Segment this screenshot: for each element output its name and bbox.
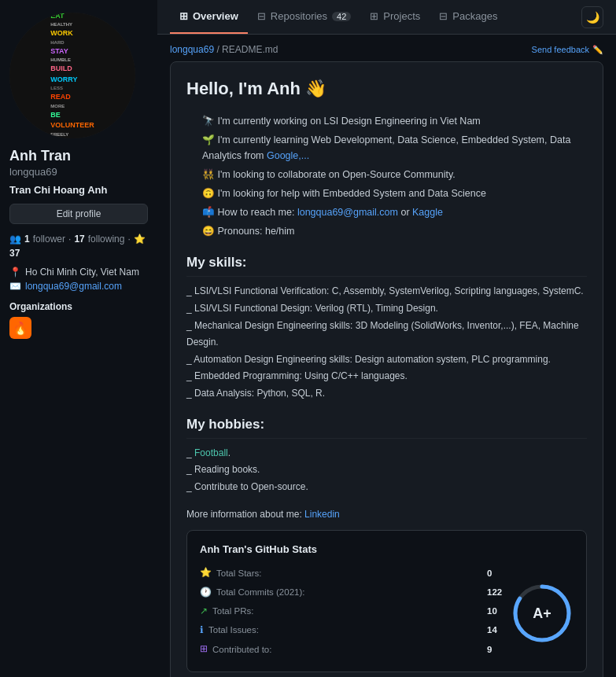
hobby-line: _ Contribute to Open-source. — [186, 479, 587, 496]
repo-icon: ⊟ — [257, 10, 266, 22]
top-nav: ⊞ Overview ⊟ Repositories 42 ⊞ Projects … — [157, 0, 616, 35]
commit-icon: 🕐 — [200, 585, 212, 600]
follower-icon: 👥 — [9, 234, 21, 245]
stats-list: ⭐ Total Stars: 0 🕐 Total Commits (2021):… — [200, 565, 511, 660]
user-display-name: Anh Tran — [9, 148, 148, 164]
overview-label: Overview — [193, 10, 238, 22]
sidebar: THINK POSITIVE NETWORK WELL EXERCISE DAI… — [0, 0, 157, 677]
hobby-line: _ Reading books. — [186, 462, 587, 479]
repo-label: Repositories — [271, 10, 327, 22]
readme-container: longqua69 / README.md Send feedback ✏️ H… — [157, 35, 616, 677]
breadcrumb-file: README.md — [222, 44, 278, 55]
item-text: Pronouns: he/him — [217, 226, 294, 237]
skill-line: _ LSI/VLSI Functional Verification: C, A… — [186, 283, 587, 300]
location-icon: 📍 — [9, 267, 21, 278]
list-item: 🌱 I'm currently learning Web Development… — [202, 132, 587, 164]
following-count: 17 — [74, 234, 84, 245]
item-text: How to reach me: longqua69@gmail.com or … — [217, 207, 442, 218]
item-icon: 👯 — [202, 169, 215, 180]
item-icon: 🌱 — [202, 134, 215, 145]
readme-bullets: 🔭 I'm currently working on LSI Design En… — [186, 113, 587, 239]
issue-icon: ℹ — [200, 623, 204, 638]
skill-line: _ Embedded Programming: Using C/C++ lang… — [186, 368, 587, 385]
item-icon: 🔭 — [202, 116, 215, 127]
prs-value: 10 — [487, 604, 511, 618]
breadcrumb-user[interactable]: longqua69 — [170, 44, 214, 55]
skills-heading: My skills: — [186, 252, 587, 277]
repo-badge: 42 — [332, 12, 351, 21]
edit-profile-button[interactable]: Edit profile — [9, 204, 148, 224]
app-layout: THINK POSITIVE NETWORK WELL EXERCISE DAI… — [0, 0, 616, 677]
stats-card-inner: ⭐ Total Stars: 0 🕐 Total Commits (2021):… — [200, 565, 574, 660]
packages-label: Packages — [452, 10, 497, 22]
linkedin-link[interactable]: Linkedin — [304, 509, 340, 520]
email-info: ✉️ longqua69@gmail.com — [9, 281, 148, 292]
item-text: I'm looking for help with Embedded Syste… — [217, 188, 485, 199]
item-text: I'm looking to collaborate on Open-Sourc… — [217, 169, 455, 180]
commits-label: Total Commits (2021): — [216, 585, 482, 599]
location-info: 📍 Ho Chi Minh City, Viet Nam — [9, 267, 148, 278]
readme-heading: Hello, I'm Anh 👋 — [186, 75, 587, 102]
packages-icon: ⊟ — [439, 10, 448, 22]
follow-info: 👥 1 follower · 17 following · ⭐ 37 — [9, 234, 148, 259]
org-icon: 🔥 — [9, 317, 31, 339]
skill-line: _ Automation Design Engineering skills: … — [186, 351, 587, 369]
contrib-value: 9 — [487, 642, 511, 657]
skills-section: My skills: _ LSI/VLSI Functional Verific… — [186, 252, 587, 402]
location-text: Ho Chi Minh City, Viet Nam — [25, 267, 139, 278]
stats-card-title: Anh Tran's GitHub Stats — [200, 542, 574, 558]
star-icon: ⭐ — [200, 565, 212, 580]
hobbies-heading: My hobbies: — [186, 414, 587, 439]
tab-repositories[interactable]: ⊟ Repositories 42 — [248, 0, 361, 34]
email-icon: ✉️ — [9, 281, 21, 292]
list-item: 📫 How to reach me: longqua69@gmail.com o… — [202, 204, 587, 220]
overview-icon: ⊞ — [179, 10, 188, 22]
readme-content: Hello, I'm Anh 👋 🔭 I'm currently working… — [170, 61, 603, 677]
google-link[interactable]: Google,... — [267, 150, 309, 161]
item-text: I'm currently learning Web Development, … — [202, 134, 570, 161]
list-item: 😄 Pronouns: he/him — [202, 223, 587, 239]
stats-row-stars: ⭐ Total Stars: 0 — [200, 565, 511, 580]
stats-card: Anh Tran's GitHub Stats ⭐ Total Stars: 0… — [186, 530, 587, 673]
orgs-label: Organizations — [9, 301, 148, 312]
following-label: following — [88, 234, 125, 245]
kaggle-link[interactable]: Kaggle — [412, 207, 443, 218]
stars-label: Total Stars: — [216, 566, 482, 580]
issues-value: 14 — [487, 623, 511, 637]
skill-line: _ Mechanical Design Engineering skills: … — [186, 318, 587, 351]
follower-count: 1 — [24, 234, 30, 245]
issues-label: Total Issues: — [208, 623, 482, 637]
stats-row-contrib: ⊞ Contributed to: 9 — [200, 642, 511, 657]
avatar-word-cloud: THINK POSITIVE NETWORK WELL EXERCISE DAI… — [9, 13, 135, 138]
item-icon: 😄 — [202, 226, 215, 237]
tab-packages[interactable]: ⊟ Packages — [430, 0, 507, 34]
send-feedback-button[interactable]: Send feedback ✏️ — [532, 45, 603, 55]
stats-row-issues: ℹ Total Issues: 14 — [200, 623, 511, 638]
tab-projects[interactable]: ⊞ Projects — [360, 0, 430, 34]
grade-letter: A+ — [533, 602, 551, 625]
grade-circle: A+ — [511, 582, 574, 645]
send-feedback-label: Send feedback — [532, 45, 589, 54]
avatar: THINK POSITIVE NETWORK WELL EXERCISE DAI… — [9, 13, 135, 138]
email-link[interactable]: longqua69@gmail.com — [297, 207, 398, 218]
star-count: 37 — [9, 248, 20, 259]
stars-value: 0 — [487, 566, 511, 580]
breadcrumb: longqua69 / README.md — [170, 44, 278, 55]
prs-label: Total PRs: — [212, 604, 482, 618]
follower-label: follower — [33, 234, 65, 245]
hobbies-section: My hobbies: _ Football. _ Reading books.… — [186, 414, 587, 496]
skills-content: _ LSI/VLSI Functional Verification: C, A… — [186, 283, 587, 402]
item-text: I'm currently working on LSI Design Engi… — [217, 116, 480, 127]
projects-label: Projects — [383, 10, 420, 22]
contrib-label: Contributed to: — [212, 642, 482, 657]
commits-value: 122 — [487, 585, 511, 599]
tab-overview[interactable]: ⊞ Overview — [170, 0, 248, 34]
skill-line: _ LSI/VLSI Functional Design: Verilog (R… — [186, 300, 587, 318]
list-item: 👯 I'm looking to collaborate on Open-Sou… — [202, 167, 587, 182]
readme-header: longqua69 / README.md Send feedback ✏️ — [170, 44, 603, 55]
theme-toggle-button[interactable]: 🌙 — [581, 6, 603, 28]
user-login: longqua69 — [9, 166, 148, 178]
pencil-icon: ✏️ — [592, 45, 603, 55]
pr-icon: ↗ — [200, 604, 208, 619]
stats-row-commits: 🕐 Total Commits (2021): 122 — [200, 585, 511, 600]
